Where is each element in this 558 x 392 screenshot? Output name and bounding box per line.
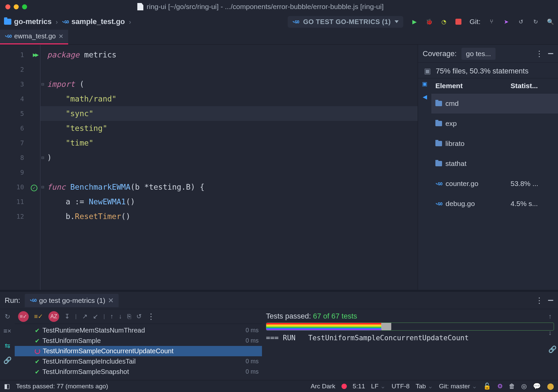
inspections-icon[interactable]: ◎ — [521, 382, 527, 390]
close-tab-icon[interactable]: ✕ — [58, 33, 63, 40]
debug-button[interactable]: 🐞 — [425, 18, 433, 25]
hide-panel-icon[interactable] — [548, 53, 553, 54]
status-bar: ◧ Tests passed: 77 (moments ago) Arc Dar… — [0, 380, 558, 392]
toolbar: go-metrics › ⬉GO sample_test.go › ⬉GO GO… — [0, 13, 558, 30]
search-icon[interactable]: 🔍 — [547, 18, 554, 25]
caret-position[interactable]: 5:11 — [353, 383, 365, 390]
chevron-right-icon: › — [128, 18, 133, 26]
run-left-gutter: ↻ ≡× ⇆ 🔗 — [0, 309, 15, 380]
editor-code[interactable]: package metricsimport ( "math/rand" "syn… — [40, 45, 418, 290]
passed-prefix: Tests passed: — [266, 312, 313, 320]
editor-tabs: ⬉GO ewma_test.go ✕ — [0, 30, 558, 45]
tests-passed-summary: Tests passed: 67 of 67 tests — [266, 312, 554, 321]
project-folder-icon[interactable] — [4, 19, 11, 25]
test-console-output[interactable]: === RUN TestUniformSampleConcurrentUpdat… — [266, 334, 554, 342]
run-options-icon[interactable] — [535, 296, 543, 305]
navigate-icon[interactable]: ◀ — [423, 93, 427, 101]
coverage-summary: 75% files, 50.3% statements — [436, 67, 529, 75]
prev-failed-icon[interactable]: ↑ — [110, 313, 114, 320]
show-ignored-icon[interactable]: ≡✓ — [34, 313, 43, 320]
breadcrumb-file[interactable]: sample_test.go — [72, 17, 125, 26]
settings-gear-icon[interactable]: ⚙ — [497, 382, 503, 390]
run-configuration-selector[interactable]: ⬉GO GO TEST GO-METRICS (1) — [288, 16, 404, 28]
stop-button[interactable] — [455, 18, 462, 25]
file-encoding[interactable]: UTF-8 — [392, 383, 410, 390]
export-icon[interactable]: ⎘ — [127, 313, 131, 320]
chevron-down-icon — [395, 20, 399, 23]
revert-icon[interactable]: ↻ — [532, 18, 539, 25]
next-failed-icon[interactable]: ↓ — [119, 313, 122, 320]
terminal-icon[interactable]: ▣ — [422, 80, 427, 87]
run-tab[interactable]: ⬉GO go test go-metrics (1) ✕ — [25, 294, 119, 307]
coverage-row[interactable]: stathat — [431, 154, 558, 174]
coverage-button[interactable]: ◔ — [440, 18, 447, 25]
go-file-icon: ⬉GO — [5, 34, 11, 39]
show-passed-icon[interactable]: ≡✓ — [18, 311, 29, 322]
run-tool-window: Run: ⬉GO go test go-metrics (1) ✕ ↻ ≡× ⇆… — [0, 290, 558, 380]
link-icon[interactable]: 🔗 — [3, 356, 12, 364]
toggle-auto-icon[interactable]: ⇆ — [5, 342, 10, 350]
rerun-icon[interactable]: ↻ — [5, 313, 10, 321]
scroll-up-icon[interactable]: ↑ — [548, 313, 557, 320]
close-window-icon[interactable] — [5, 4, 10, 9]
filter-icon[interactable]: ≡× — [3, 327, 11, 335]
go-file-icon: ⬉GO — [62, 19, 68, 24]
hide-tool-windows-icon[interactable]: ◧ — [4, 382, 10, 390]
feedback-icon[interactable]: 💬 — [533, 382, 541, 390]
coverage-panel: Coverage: go tes... ▣ 75% files, 50.3% s… — [418, 45, 558, 290]
hide-run-panel-icon[interactable] — [548, 300, 553, 301]
close-run-tab-icon[interactable]: ✕ — [108, 297, 114, 305]
scroll-down-icon[interactable]: ↓ — [548, 329, 557, 337]
coverage-header-statistics[interactable]: Statist... — [511, 82, 554, 90]
coverage-row[interactable]: ⬉GOdebug.go4.5% s... — [431, 194, 558, 214]
coverage-row[interactable]: ⬉GOcounter.go53.8% ... — [431, 174, 558, 194]
flatten-icon[interactable]: ▣ — [424, 67, 431, 75]
coverage-options-icon[interactable] — [535, 49, 543, 58]
passed-count: 67 — [313, 312, 321, 320]
test-row[interactable]: ✔TestUniformSample0 ms — [15, 336, 262, 346]
memory-indicator-icon[interactable]: 🗑 — [509, 383, 515, 390]
chevron-right-icon: › — [54, 18, 59, 26]
coverage-title: Coverage: — [423, 49, 457, 58]
test-row[interactable]: ✔TestUniformSampleSnapshot0 ms — [15, 367, 262, 377]
expand-icon[interactable]: ↗ — [82, 313, 88, 320]
line-ending[interactable]: LF ⌄ — [371, 382, 386, 390]
theme-color-icon — [341, 384, 347, 389]
go-run-icon: ⬉GO — [29, 298, 36, 303]
coverage-suite-dropdown[interactable]: go tes... — [461, 48, 496, 60]
tab-label: ewma_test.go — [14, 32, 56, 40]
history-icon[interactable]: ↺ — [517, 18, 525, 25]
collapse-icon[interactable]: ↙ — [93, 313, 98, 320]
test-row[interactable]: ✔TestUniformSampleIncludesTail0 ms — [15, 356, 262, 367]
ide-update-icon[interactable]: ⬤ — [547, 382, 554, 390]
breadcrumb-project[interactable]: go-metrics — [14, 17, 51, 26]
tab-ewma-test[interactable]: ⬉GO ewma_test.go ✕ — [0, 30, 68, 44]
code-editor[interactable]: 1▶▶23⊟45678⊟910✓⊟1112 package metricsimp… — [0, 45, 418, 290]
test-row[interactable]: ✔TestRuntimeMemStatsNumThread0 ms — [15, 325, 262, 336]
minimize-window-icon[interactable] — [14, 4, 19, 9]
titlebar: ring-ui [~/go/src/ring-ui] - .../compone… — [0, 0, 558, 13]
sort-duration-icon[interactable]: ↧ — [64, 313, 70, 320]
coverage-header-element[interactable]: Element — [435, 82, 511, 90]
link-console-icon[interactable]: 🔗 — [548, 345, 557, 353]
branch-icon[interactable]: ⑂ — [488, 18, 495, 25]
commit-push-icon[interactable]: ➤ — [503, 18, 510, 25]
coverage-row[interactable]: librato — [431, 134, 558, 154]
window-controls — [5, 4, 27, 9]
window-title: ring-ui [~/go/src/ring-ui] - .../compone… — [147, 3, 384, 11]
lock-icon[interactable]: 🔓 — [483, 382, 491, 390]
sort-icon[interactable]: AZ — [48, 311, 59, 322]
status-left: Tests passed: 77 (moments ago) — [16, 383, 108, 390]
test-more-options-icon[interactable] — [147, 312, 155, 321]
coverage-row[interactable]: cmd — [431, 93, 558, 114]
test-tree[interactable]: ✔TestRuntimeMemStatsNumThread0 ms✔TestUn… — [15, 324, 262, 380]
history-tests-icon[interactable]: ↺ — [136, 313, 142, 320]
test-row[interactable]: TestUniformSampleConcurrentUpdateCount — [15, 346, 262, 356]
git-label: Git: — [469, 18, 480, 26]
run-button[interactable]: ▶ — [411, 18, 418, 25]
zoom-window-icon[interactable] — [22, 4, 27, 9]
theme-indicator[interactable]: Arc Dark — [311, 383, 335, 390]
coverage-row[interactable]: exp — [431, 114, 558, 134]
git-branch[interactable]: Git: master ⌄ — [439, 382, 477, 390]
indent-setting[interactable]: Tab ⌄ — [416, 382, 433, 390]
